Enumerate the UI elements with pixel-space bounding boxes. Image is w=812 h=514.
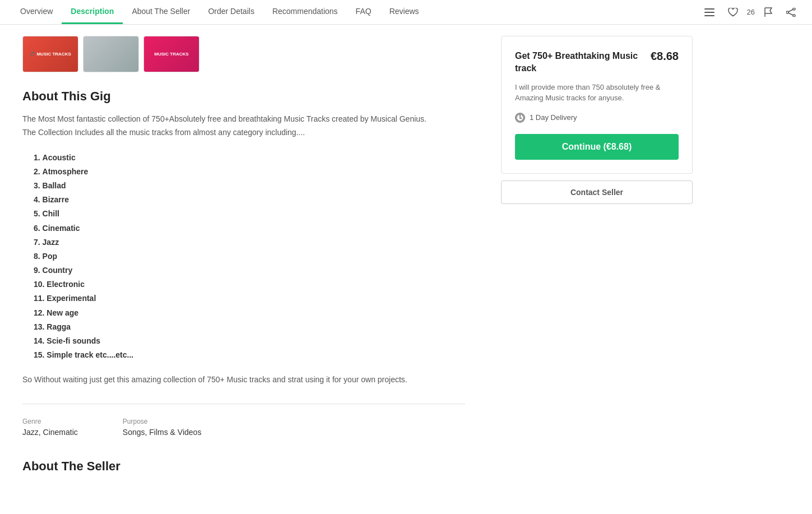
tab-faq[interactable]: FAQ [347,0,381,24]
tab-recommendations[interactable]: Recommendations [263,0,347,24]
list-item: 11. Experimental [34,291,465,305]
contact-seller-button[interactable]: Contact Seller [501,180,693,204]
list-item: 8. Pop [34,249,465,263]
svg-rect-1 [704,12,714,13]
track-list: 1. Acoustic 2. Atmosphere 3. Ballad 4. B… [34,151,465,363]
tab-description[interactable]: Description [62,0,123,24]
tab-overview[interactable]: Overview [11,0,62,24]
order-card: Get 750+ Breathtaking Music track €8.68 … [501,36,693,174]
thumbnail-1[interactable]: 🎵 MUSIC TRACKS [22,36,78,72]
svg-rect-0 [704,8,714,10]
delivery-label: 1 Day Delivery [530,113,577,122]
delivery-info: 1 Day Delivery [515,113,679,123]
list-item: 13. Ragga [34,320,465,334]
thumbnail-3-img: MUSIC TRACKS [144,36,199,72]
list-item: 6. Cinematic [34,221,465,235]
tab-order-details[interactable]: Order Details [199,0,263,24]
genre-label: Genre [22,418,78,425]
closing-text: So Without waiting just get this amazing… [22,373,465,387]
list-item: 14. Scie-fi sounds [34,334,465,348]
purpose-value: Songs, Films & Videos [123,428,202,437]
list-item: 4. Bizarre [34,193,465,207]
svg-line-7 [788,13,793,15]
thumbnails-row: 🎵 MUSIC TRACKS MUSIC TRACKS [22,36,465,72]
share-icon [786,8,796,17]
svg-rect-2 [704,15,714,16]
metadata-row: Genre Jazz, Cinematic Purpose Songs, Fil… [22,418,465,437]
nav-tabs: Overview Description About The Seller Or… [11,0,428,24]
about-gig-title: About This Gig [22,89,465,104]
list-item: 1. Acoustic [34,151,465,165]
order-card-title: Get 750+ Breathtaking Music track [515,50,651,75]
purpose-metadata: Purpose Songs, Films & Videos [123,418,202,437]
like-count-badge: 26 [747,8,755,16]
about-gig-intro: The Most Most fantastic collection of 75… [22,113,465,140]
list-item: 10. Electronic [34,277,465,291]
top-nav: Overview Description About The Seller Or… [0,0,812,25]
clock-icon [515,113,525,123]
thumbnail-2-img [83,36,138,72]
genre-metadata: Genre Jazz, Cinematic [22,418,78,437]
thumbnail-2[interactable] [83,36,139,72]
svg-point-8 [517,114,523,121]
about-seller-title: About The Seller [22,459,465,474]
heart-icon [728,8,738,17]
nav-actions: 26 [700,5,801,20]
tab-about-seller[interactable]: About The Seller [123,0,199,24]
purpose-label: Purpose [123,418,202,425]
svg-line-10 [520,118,522,119]
genre-value: Jazz, Cinematic [22,428,78,437]
order-card-price: €8.68 [651,50,679,63]
sidebar: Get 750+ Breathtaking Music track €8.68 … [488,25,706,496]
list-item: 3. Ballad [34,179,465,193]
thumbnail-3[interactable]: MUSIC TRACKS [143,36,199,72]
list-item: 7. Jazz [34,235,465,249]
flag-icon-button[interactable] [759,5,777,20]
svg-line-6 [788,10,793,12]
share-icon-button[interactable] [782,6,801,19]
list-item: 15. Simple track etc....etc... [34,348,465,362]
list-item: 9. Country [34,263,465,277]
order-card-description: I will provide more than 750 absolutely … [515,82,679,104]
menu-icon-button[interactable] [700,6,719,18]
svg-point-5 [786,11,788,13]
list-item: 2. Atmosphere [34,165,465,179]
tab-reviews[interactable]: Reviews [381,0,428,24]
thumbnail-1-img: 🎵 MUSIC TRACKS [23,36,78,72]
order-card-header: Get 750+ Breathtaking Music track €8.68 [515,50,679,75]
svg-point-4 [793,15,795,17]
flag-icon [764,7,773,17]
menu-icon [704,8,714,16]
continue-button[interactable]: Continue (€8.68) [515,134,679,160]
like-count: 26 [747,8,755,16]
content-area: 🎵 MUSIC TRACKS MUSIC TRACKS About This G… [0,25,488,496]
main-layout: 🎵 MUSIC TRACKS MUSIC TRACKS About This G… [0,25,812,496]
list-item: 12. New age [34,306,465,320]
svg-point-3 [793,8,795,10]
list-item: 5. Chill [34,207,465,221]
divider [22,404,465,404]
heart-icon-button[interactable] [723,6,743,19]
